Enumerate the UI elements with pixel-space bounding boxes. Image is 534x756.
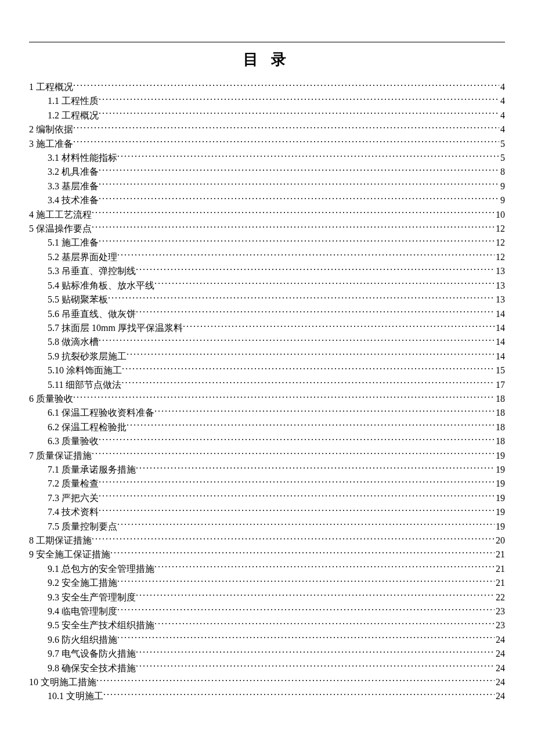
- toc-leader-dots: [99, 236, 495, 246]
- toc-entry-label: 9.7 电气设备防火措施: [48, 647, 136, 661]
- toc-leader-dots: [136, 308, 495, 317]
- toc-entry-number: 9.4: [48, 606, 59, 616]
- toc-entry: 5.3 吊垂直、弹控制线13: [29, 264, 505, 278]
- toc-entry-label: 8 工期保证措施: [29, 534, 92, 548]
- toc-entry: 9 安全施工保证措施21: [29, 548, 505, 561]
- toc-entry-number: 7.3: [48, 493, 59, 503]
- toc-entry-label: 7.2 质量检查: [48, 477, 99, 491]
- toc-entry: 9.5 安全生产技术组织措施23: [29, 618, 505, 632]
- toc-entry-label: 7.3 严把六关: [48, 491, 99, 505]
- toc-entry: 3.4 技术准备9: [29, 193, 505, 207]
- toc-entry: 10.1 文明施工24: [29, 689, 505, 703]
- toc-leader-dots: [121, 379, 495, 388]
- toc-entry-text: 技术资料: [59, 507, 99, 517]
- toc-entry: 10 文明施工措施24: [29, 675, 505, 689]
- toc-entry-number: 6.2: [48, 422, 59, 432]
- toc-entry-number: 3: [29, 139, 34, 149]
- toc-leader-dots: [92, 222, 495, 232]
- toc-leader-dots: [73, 81, 499, 90]
- toc-entry-page: 12: [495, 236, 505, 250]
- toc-entry-page: 19: [495, 520, 505, 534]
- toc-entry-page: 17: [495, 378, 505, 392]
- toc-entry-label: 3 施工准备: [29, 137, 73, 151]
- toc-entry: 5.9 抗裂砂浆层施工14: [29, 350, 505, 363]
- toc-entry-page: 19: [495, 463, 505, 477]
- toc-entry-text: 质量验收: [34, 394, 73, 404]
- toc-entry: 2 编制依据4: [29, 123, 505, 136]
- toc-leader-dots: [99, 109, 499, 118]
- toc-entry-label: 5.10 涂料饰面施工: [48, 363, 122, 377]
- toc-entry-text: 质量控制要点: [59, 521, 117, 531]
- toc-leader-dots: [136, 463, 495, 473]
- toc-entry: 5.11 细部节点做法17: [29, 378, 505, 392]
- toc-entry-page: 4: [499, 123, 505, 136]
- toc-entry-text: 抹面层 10mm 厚找平保温浆料: [59, 323, 183, 333]
- toc-leader-dots: [73, 123, 499, 132]
- toc-entry-page: 9: [499, 179, 505, 193]
- toc-entry-label: 1 工程概况: [29, 80, 73, 94]
- toc-entry-label: 5.9 抗裂砂浆层施工: [48, 350, 127, 363]
- toc-leader-dots: [183, 322, 495, 331]
- toc-entry-page: 22: [495, 591, 505, 604]
- toc-entry-page: 5: [499, 151, 505, 165]
- toc-entry-page: 24: [495, 661, 505, 675]
- table-of-contents: 1 工程概况41.1 工程性质41.2 工程概况42 编制依据43 施工准备53…: [29, 80, 505, 704]
- toc-entry: 7.2 质量检查19: [29, 477, 505, 491]
- toc-entry-text: 文明施工措施: [38, 677, 96, 687]
- toc-entry: 5.4 贴标准角板、放水平线13: [29, 279, 505, 293]
- toc-entry-text: 安全生产管理制度: [59, 592, 136, 602]
- toc-entry-page: 19: [495, 491, 505, 505]
- toc-entry-number: 9.1: [48, 564, 59, 574]
- toc-entry-number: 6.3: [48, 436, 59, 446]
- toc-leader-dots: [122, 364, 495, 373]
- toc-entry: 4 施工工艺流程10: [29, 208, 505, 222]
- toc-entry: 5.1 施工准备12: [29, 236, 505, 250]
- toc-entry-label: 7.1 质量承诺服务措施: [48, 463, 136, 477]
- toc-entry-number: 6.1: [48, 408, 59, 417]
- toc-entry-label: 3.4 技术准备: [48, 193, 99, 207]
- toc-entry-page: 21: [495, 548, 505, 561]
- toc-entry-label: 5 保温操作要点: [29, 222, 92, 236]
- toc-entry-text: 安全施工保证措施: [34, 549, 110, 559]
- toc-leader-dots: [127, 421, 495, 430]
- toc-entry-number: 5.9: [48, 351, 59, 361]
- toc-entry-page: 24: [495, 675, 505, 689]
- toc-entry-label: 2 编制依据: [29, 123, 73, 136]
- toc-entry-text: 基层准备: [59, 181, 99, 191]
- toc-entry-number: 5.2: [48, 252, 59, 262]
- toc-entry: 7.3 严把六关19: [29, 491, 505, 505]
- toc-entry-number: 9.8: [48, 663, 59, 673]
- toc-entry-label: 5.4 贴标准角板、放水平线: [48, 279, 154, 293]
- toc-entry-label: 5.3 吊垂直、弹控制线: [48, 264, 136, 278]
- toc-entry-number: 5.1: [48, 237, 59, 247]
- toc-entry: 6.2 保温工程检验批18: [29, 420, 505, 434]
- toc-entry-label: 9.2 安全施工措施: [48, 576, 117, 590]
- toc-entry-number: 5.11: [48, 380, 63, 390]
- toc-entry-text: 吊垂直线、做灰饼: [59, 309, 136, 319]
- toc-entry: 3.1 材料性能指标5: [29, 151, 505, 165]
- toc-entry-number: 5.5: [48, 294, 59, 304]
- toc-entry-text: 保温操作要点: [34, 224, 92, 233]
- toc-entry-number: 5.4: [48, 280, 59, 290]
- toc-entry-label: 5.11 细部节点做法: [48, 378, 121, 392]
- toc-entry-page: 18: [495, 392, 505, 406]
- toc-entry: 1.1 工程性质4: [29, 94, 505, 108]
- toc-entry-label: 9.6 防火组织措施: [48, 633, 117, 647]
- toc-entry-page: 9: [499, 193, 505, 207]
- toc-entry-page: 23: [495, 604, 505, 618]
- toc-entry-page: 21: [495, 562, 505, 576]
- toc-entry-number: 1: [29, 82, 34, 92]
- page-title: 目 录: [29, 49, 505, 70]
- toc-entry-page: 18: [495, 406, 505, 420]
- toc-entry: 9.3 安全生产管理制度22: [29, 591, 505, 604]
- toc-entry: 3.2 机具准备8: [29, 165, 505, 179]
- toc-entry-page: 4: [499, 80, 505, 94]
- toc-leader-dots: [99, 477, 495, 487]
- toc-entry-label: 3.3 基层准备: [48, 179, 99, 193]
- toc-entry: 6 质量验收18: [29, 392, 505, 406]
- toc-entry-page: 18: [495, 434, 505, 448]
- toc-entry: 3.3 基层准备9: [29, 179, 505, 193]
- toc-entry-page: 19: [495, 477, 505, 491]
- toc-entry-number: 1.1: [48, 96, 59, 106]
- toc-entry-text: 材料性能指标: [59, 153, 117, 163]
